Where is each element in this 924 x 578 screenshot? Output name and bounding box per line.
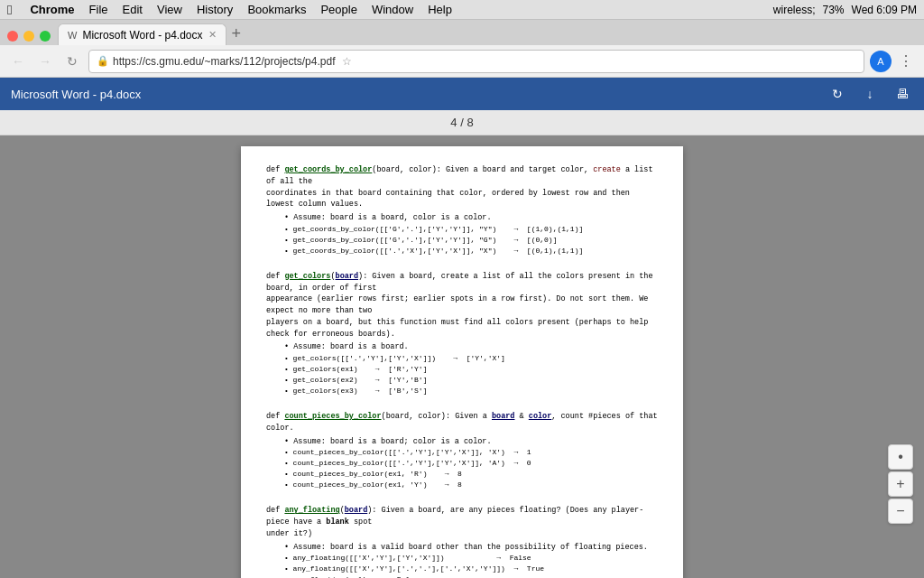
tab-favicon: W (68, 30, 77, 41)
bullet-item: Assume: board is a valid board other tha… (284, 542, 658, 554)
bullet-item: any_floating(ex1) → False (284, 574, 658, 578)
bullet-item: get_colors(ex2) → ['Y','B'] (284, 375, 658, 386)
maximize-window-button[interactable] (40, 31, 51, 42)
bullet-item: count_pieces_by_color([['.','Y'],['Y','X… (284, 447, 658, 458)
bullet-item: count_pieces_by_color(ex1, 'Y') → 8 (284, 480, 658, 490)
pdf-page: def get_coords_by_color(board, color): G… (241, 146, 683, 578)
fn-signature-1: def get_coords_by_color(board, color): G… (266, 164, 658, 188)
word-titlebar: Microsoft Word - p4.docx ↻ ↓ 🖶 (0, 78, 924, 110)
close-window-button[interactable] (7, 31, 18, 42)
function-get-coords-by-color: def get_coords_by_color(board, color): G… (266, 164, 658, 256)
chrome-menu-button[interactable]: ⋮ (895, 52, 917, 70)
profile-avatar[interactable]: A (870, 51, 892, 72)
url-text: https://cs.gmu.edu/~marks/112/projects/p… (113, 55, 335, 68)
bookmark-star-button[interactable]: ☆ (342, 55, 352, 68)
zoom-controls: • + − (888, 444, 913, 524)
tab-label: Microsoft Word - p4.docx (82, 29, 202, 42)
bullet-item: any_floating([['X','Y'],['.','.'],['.','… (284, 564, 658, 574)
bullet-item: count_pieces_by_color([['.','Y'],['Y','X… (284, 458, 658, 469)
clock: Wed 6:09 PM (852, 4, 917, 16)
menu-bookmarks[interactable]: Bookmarks (240, 3, 313, 16)
function-any-floating: def any_floating(board): Given a board, … (266, 505, 658, 578)
refresh-button[interactable]: ↻ (827, 83, 848, 105)
tabbar: W Microsoft Word - p4.docx ✕ + (0, 20, 924, 45)
menu-history[interactable]: History (189, 3, 240, 16)
menubar-right: wireless; 73% Wed 6:09 PM (773, 4, 917, 16)
download-button[interactable]: ↓ (859, 83, 881, 105)
fn-desc-4: under it?) (266, 528, 658, 540)
bullet-item: count_pieces_by_color(ex1, 'R') → 8 (284, 469, 658, 480)
fn-desc-2b: players on a board, but this function mu… (266, 317, 658, 340)
menu-people[interactable]: People (313, 3, 364, 16)
menu-file[interactable]: File (82, 3, 116, 16)
new-tab-button[interactable]: + (232, 25, 242, 45)
url-bar[interactable]: 🔒 https://cs.gmu.edu/~marks/112/projects… (88, 50, 864, 73)
fn-desc-2: appearance (earlier rows first; earlier … (266, 294, 658, 317)
bullet-item: any_floating([['X','Y'],['Y','X']]) → Fa… (284, 553, 658, 564)
fn-signature-4: def any_floating(board): Given a board, … (266, 505, 658, 528)
reload-button[interactable]: ↻ (61, 51, 83, 72)
bullet-item: Assume: board is a board; color is a col… (284, 436, 658, 448)
zoom-reset-button[interactable]: • (888, 444, 913, 470)
bullet-item: Assume: board is a board. (284, 341, 658, 353)
fn-bullets-3: Assume: board is a board; color is a col… (266, 436, 658, 491)
secure-icon: 🔒 (97, 55, 109, 67)
menu-edit[interactable]: Edit (116, 3, 150, 16)
active-tab[interactable]: W Microsoft Word - p4.docx ✕ (58, 23, 226, 45)
menu-help[interactable]: Help (420, 3, 459, 16)
function-count-pieces: def count_pieces_by_color(board, color):… (266, 411, 658, 490)
bullet-item: get_colors(ex3) → ['B','S'] (284, 386, 658, 396)
menu-view[interactable]: View (150, 3, 189, 16)
page-counter: 4 / 8 (0, 110, 924, 135)
apple-menu[interactable]:  (7, 2, 12, 17)
zoom-in-button[interactable]: + (888, 471, 913, 497)
bullet-item: get_colors([['.','Y'],['Y','X']]) → ['Y'… (284, 353, 658, 364)
bullet-item: Assume: board is a board, color is a col… (284, 212, 658, 224)
zoom-out-button[interactable]: − (888, 499, 913, 524)
fn-bullets-4: Assume: board is a valid board other tha… (266, 542, 658, 579)
fn-bullets-2: Assume: board is a board. get_colors([['… (266, 341, 658, 396)
menu-window[interactable]: Window (365, 3, 420, 16)
minimize-window-button[interactable] (23, 31, 34, 42)
fn-bullets-1: Assume: board is a board, color is a col… (266, 212, 658, 256)
menubar:  Chrome File Edit View History Bookmark… (0, 0, 924, 20)
forward-button[interactable]: → (34, 51, 56, 72)
bullet-item: get_coords_by_color([['.','X'],['Y','X']… (284, 246, 658, 256)
bullet-item: get_coords_by_color([['G','.'],['Y','Y']… (284, 224, 658, 235)
print-button[interactable]: 🖶 (892, 83, 913, 105)
back-button[interactable]: ← (7, 51, 29, 72)
function-get-colors: def get_colors(board): Given a board, cr… (266, 271, 658, 396)
document-title: Microsoft Word - p4.docx (11, 88, 141, 101)
menu-chrome[interactable]: Chrome (23, 3, 81, 16)
pdf-content-area[interactable]: def get_coords_by_color(board, color): G… (0, 135, 924, 578)
bullet-item: get_colors(ex1) → ['R','Y'] (284, 364, 658, 375)
bullet-item: get_coords_by_color([['G','.'],['Y','Y']… (284, 235, 658, 246)
word-titlebar-controls: ↻ ↓ 🖶 (827, 83, 913, 105)
fn-desc-1: coordinates in that board containing tha… (266, 188, 658, 211)
tab-close-button[interactable]: ✕ (208, 29, 217, 41)
addressbar: ← → ↻ 🔒 https://cs.gmu.edu/~marks/112/pr… (0, 45, 924, 78)
addressbar-right-controls: A ⋮ (870, 51, 917, 72)
window-controls (7, 31, 51, 45)
battery-level: 73% (822, 4, 844, 16)
fn-signature-3: def count_pieces_by_color(board, color):… (266, 411, 658, 434)
wifi-icon: wireless; (773, 4, 816, 16)
fn-signature-2: def get_colors(board): Given a board, cr… (266, 271, 658, 294)
